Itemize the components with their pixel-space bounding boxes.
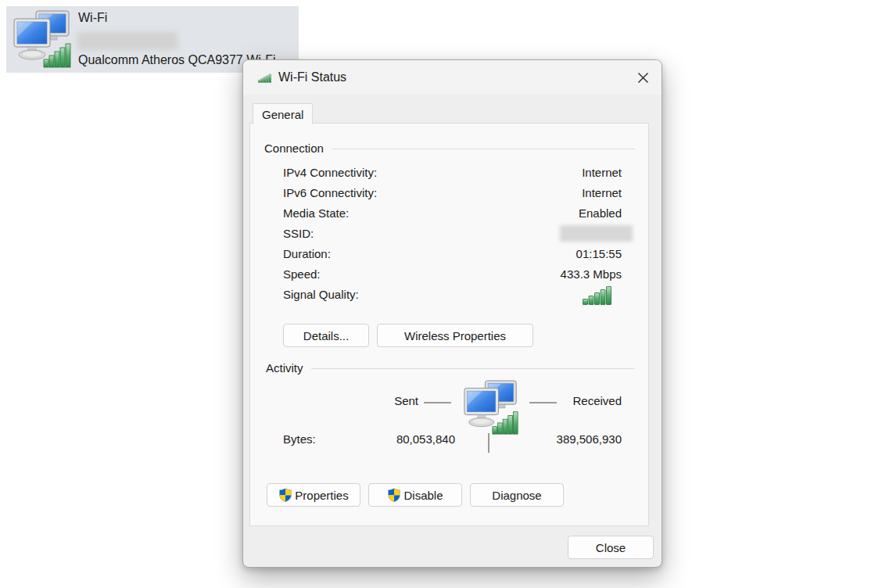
row-ipv6-connectivity: IPv6 Connectivity: Internet bbox=[283, 182, 622, 203]
sent-connector-line bbox=[424, 402, 451, 403]
sent-bytes-value: 80,053,840 bbox=[361, 432, 455, 446]
activity-group-label: Activity bbox=[266, 361, 303, 375]
row-label: IPv4 Connectivity: bbox=[283, 166, 377, 179]
bytes-divider-line bbox=[488, 433, 489, 453]
diagnose-button-label: Diagnose bbox=[492, 489, 541, 502]
disable-button-label: Disable bbox=[403, 489, 443, 502]
row-label: Media State: bbox=[283, 206, 349, 220]
sent-label: Sent bbox=[344, 394, 418, 407]
row-signal-quality: Signal Quality: bbox=[283, 284, 622, 304]
desktop-background: Wi-Fi Qualcomm Atheros QCA9377 Wi-Fi Wi-… bbox=[0, 0, 875, 588]
group-divider bbox=[311, 368, 635, 369]
adapter-name: Wi-Fi bbox=[78, 11, 107, 25]
row-value: Internet bbox=[582, 186, 622, 199]
wifi-signal-icon bbox=[258, 73, 271, 83]
tab-general-label: General bbox=[262, 108, 303, 121]
group-divider bbox=[332, 149, 635, 149]
network-adapter-icon bbox=[463, 379, 519, 436]
row-label: IPv6 Connectivity: bbox=[283, 186, 377, 199]
dialog-title: Wi-Fi Status bbox=[278, 70, 346, 84]
connection-group-header: Connection bbox=[264, 142, 635, 155]
row-media-state: Media State: Enabled bbox=[283, 203, 622, 223]
disable-button[interactable]: Disable bbox=[368, 483, 462, 507]
row-ipv4-connectivity: IPv4 Connectivity: Internet bbox=[283, 162, 622, 182]
wireless-properties-button[interactable]: Wireless Properties bbox=[377, 324, 533, 347]
received-label: Received bbox=[571, 394, 622, 407]
general-tab-page: Connection IPv4 Connectivity: Internet I… bbox=[249, 123, 649, 526]
row-value: Enabled bbox=[579, 206, 622, 220]
close-icon[interactable] bbox=[629, 65, 656, 90]
uac-shield-icon bbox=[278, 488, 292, 502]
network-adapter-icon bbox=[13, 9, 72, 69]
row-label: Speed: bbox=[283, 267, 321, 281]
row-speed: Speed: 433.3 Mbps bbox=[283, 264, 622, 284]
wireless-properties-button-label: Wireless Properties bbox=[404, 329, 506, 342]
received-bytes-value: 389,506,930 bbox=[528, 432, 622, 446]
row-value: 433.3 Mbps bbox=[561, 267, 622, 281]
details-button-label: Details... bbox=[303, 329, 349, 342]
uac-shield-icon bbox=[387, 488, 401, 502]
properties-button-label: Properties bbox=[295, 489, 348, 502]
connection-group-label: Connection bbox=[264, 142, 324, 155]
tab-general[interactable]: General bbox=[253, 103, 313, 124]
row-value: 01:15:55 bbox=[576, 247, 622, 260]
close-button[interactable]: Close bbox=[568, 536, 654, 559]
row-label: Duration: bbox=[283, 247, 331, 260]
activity-group-header: Activity bbox=[266, 361, 635, 375]
diagnose-button[interactable]: Diagnose bbox=[470, 483, 564, 507]
dialog-titlebar[interactable]: Wi-Fi Status bbox=[243, 60, 662, 95]
row-duration: Duration: 01:15:55 bbox=[283, 243, 622, 264]
row-label: Signal Quality: bbox=[283, 288, 359, 301]
close-button-label: Close bbox=[596, 541, 626, 554]
row-ssid: SSID: bbox=[283, 223, 622, 243]
row-label: SSID: bbox=[283, 227, 314, 240]
connection-rows: IPv4 Connectivity: Internet IPv6 Connect… bbox=[283, 162, 622, 304]
properties-button[interactable]: Properties bbox=[267, 483, 360, 507]
ssid-blurred-value bbox=[77, 32, 178, 50]
received-connector-line bbox=[529, 402, 557, 403]
wifi-status-dialog: Wi-Fi Status General Connection IPv4 Con… bbox=[242, 59, 662, 568]
signal-bars-icon bbox=[583, 284, 611, 305]
details-button[interactable]: Details... bbox=[283, 324, 369, 347]
bytes-label: Bytes: bbox=[283, 432, 316, 446]
row-value: Internet bbox=[582, 166, 622, 179]
ssid-blurred-value bbox=[560, 225, 633, 242]
